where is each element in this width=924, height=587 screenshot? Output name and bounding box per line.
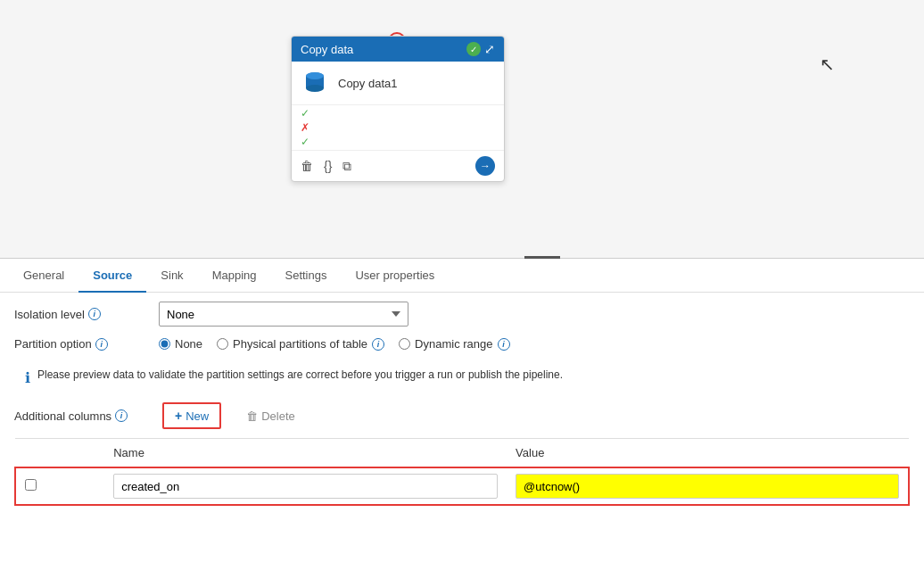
columns-table-header-row: Name Value (15, 439, 909, 468)
node-expand-icon: ⤢ (484, 42, 495, 56)
info-banner-icon: ℹ (25, 369, 30, 386)
status-x-1: ✗ (301, 121, 309, 134)
status-check-1: ✓ (301, 107, 309, 120)
trash-delete-icon: 🗑 (246, 409, 258, 423)
node-check-icon: ✓ (466, 42, 481, 56)
tab-general[interactable]: General (9, 260, 78, 293)
table-row (15, 467, 909, 505)
row-name-cell (104, 467, 507, 505)
isolation-level-info-icon[interactable]: i (88, 308, 101, 320)
additional-columns-label: Additional columns i (14, 409, 148, 423)
tabs-bar: General Source Sink Mapping Settings Use… (0, 260, 924, 293)
isolation-level-control: None Read committed Read uncommitted Rep… (159, 302, 910, 327)
new-button[interactable]: + New (162, 402, 221, 429)
row-value-input[interactable] (516, 474, 899, 499)
node-title: Copy data (301, 43, 353, 56)
partition-option-label: Partition option i (14, 337, 148, 351)
tab-mapping[interactable]: Mapping (198, 260, 271, 293)
arrow-icon[interactable]: → (475, 156, 495, 176)
additional-columns-section: Additional columns i + New 🗑 Delete Name (14, 402, 910, 506)
trash-icon[interactable]: 🗑 (301, 159, 313, 173)
node-body: Copy data1 (292, 62, 504, 105)
physical-info-icon[interactable]: i (372, 338, 384, 351)
row-name-input[interactable] (113, 474, 498, 499)
columns-table: Name Value (14, 438, 910, 506)
radio-dynamic[interactable]: Dynamic range i (399, 337, 509, 351)
partition-option-control: None Physical partitions of table i Dyna… (159, 337, 910, 351)
isolation-level-label: Isolation level i (14, 308, 148, 321)
status-row-1: ✓ (301, 107, 495, 120)
node-toolbar: 🗑 {} ⧉ → (292, 150, 504, 181)
row-value-cell (507, 467, 909, 505)
svg-point-2 (306, 85, 324, 92)
status-row-3: ✓ (301, 136, 495, 148)
cursor-icon: ↖ (820, 54, 835, 75)
isolation-level-dropdown[interactable]: None Read committed Read uncommitted Rep… (159, 302, 408, 327)
separator-line (524, 256, 560, 259)
node-item-name: Copy data1 (338, 77, 398, 90)
copy-data-node[interactable]: Copy data ✓ ⤢ Copy data1 ✓ (291, 36, 505, 182)
info-banner: ℹ Please preview data to validate the pa… (14, 361, 910, 393)
partition-option-row: Partition option i None Physical partiti… (14, 337, 910, 351)
tab-user-properties[interactable]: User properties (341, 260, 449, 293)
bottom-panel: General Source Sink Mapping Settings Use… (0, 260, 924, 587)
node-header-icons: ✓ ⤢ (466, 42, 495, 56)
status-row-2: ✗ (301, 121, 495, 134)
status-check-2: ✓ (301, 136, 309, 148)
form-content: Isolation level i None Read committed Re… (0, 293, 924, 515)
delete-button[interactable]: 🗑 Delete (235, 405, 306, 427)
canvas-area: Copy data ✓ ⤢ Copy data1 ✓ (0, 0, 924, 259)
copy-icon[interactable]: ⧉ (342, 159, 351, 174)
partition-radio-group: None Physical partitions of table i Dyna… (159, 337, 510, 351)
value-col-header: Value (507, 439, 909, 468)
status-rows: ✓ ✗ ✓ (292, 105, 504, 150)
svg-point-3 (306, 72, 324, 79)
plus-icon: + (175, 409, 182, 423)
radio-physical[interactable]: Physical partitions of table i (217, 337, 384, 351)
row-checkbox-cell (15, 467, 104, 505)
additional-columns-info-icon[interactable]: i (115, 409, 128, 422)
partition-option-info-icon[interactable]: i (95, 338, 108, 351)
additional-columns-header: Additional columns i + New 🗑 Delete (14, 402, 910, 429)
tab-settings[interactable]: Settings (271, 260, 342, 293)
row-checkbox[interactable] (25, 479, 37, 491)
tab-source[interactable]: Source (78, 260, 146, 293)
dynamic-info-icon[interactable]: i (498, 338, 510, 351)
isolation-level-row: Isolation level i None Read committed Re… (14, 302, 910, 327)
name-col-header: Name (104, 439, 507, 468)
tab-sink[interactable]: Sink (146, 260, 197, 293)
code-icon[interactable]: {} (324, 159, 332, 173)
db-icon (301, 69, 329, 97)
node-header: Copy data ✓ ⤢ (292, 37, 504, 62)
checkbox-col-header (15, 439, 104, 468)
radio-none[interactable]: None (159, 337, 202, 351)
